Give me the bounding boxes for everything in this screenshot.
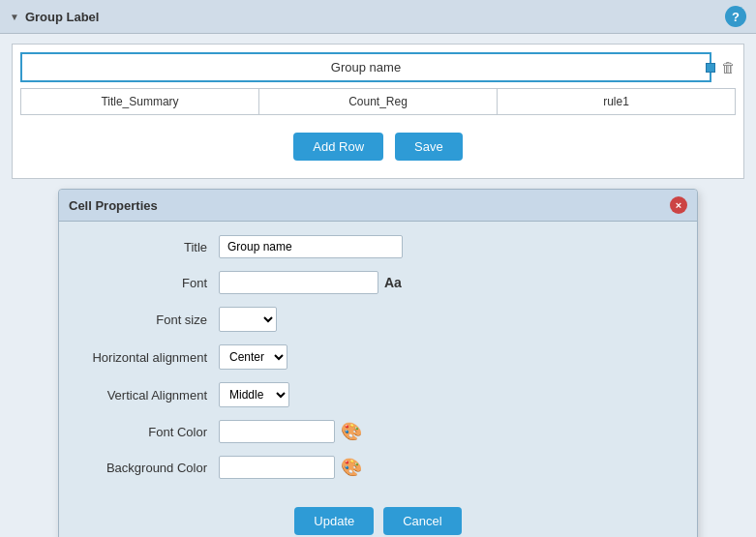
valign-select[interactable]: Top Middle Bottom (219, 382, 289, 407)
dialog-footer: Update Cancel (59, 507, 697, 535)
cell-resize-handle[interactable] (706, 63, 715, 73)
collapse-icon[interactable]: ▼ (10, 12, 19, 22)
save-button[interactable]: Save (395, 133, 463, 161)
fontcolor-label: Font Color (78, 425, 219, 439)
font-label: Font (78, 276, 219, 290)
fontsize-select[interactable]: 8 10 12 14 16 (219, 307, 277, 332)
halign-row: Horizontal alignment Left Center Right (78, 344, 678, 370)
column-cell-2[interactable]: rule1 (498, 89, 735, 114)
bgcolor-row: Background Color 🎨 (78, 456, 678, 479)
halign-label: Horizontal alignment (78, 350, 219, 365)
cell-properties-dialog: Cell Properties × Title Font Aa Font siz… (58, 189, 698, 537)
halign-select[interactable]: Left Center Right (219, 344, 287, 370)
bgcolor-input[interactable] (219, 456, 335, 479)
delete-row-icon[interactable]: 🗑 (721, 59, 736, 75)
add-row-button[interactable]: Add Row (293, 133, 383, 161)
title-row: Title (78, 235, 678, 258)
fontsize-label: Font size (78, 313, 219, 327)
fontcolor-palette-icon[interactable]: 🎨 (341, 421, 362, 442)
group-name-row: Group name 🗑 (20, 52, 736, 82)
dialog-title: Cell Properties (69, 198, 158, 213)
dialog-body: Title Font Aa Font size 8 10 12 (59, 222, 697, 497)
dialog-overlay: Cell Properties × Title Font Aa Font siz… (58, 189, 698, 537)
font-preview-icon: Aa (384, 275, 402, 290)
fontsize-row: Font size 8 10 12 14 16 (78, 307, 678, 332)
dialog-header: Cell Properties × (59, 190, 697, 222)
columns-row: Title_Summary Count_Reg rule1 (20, 88, 736, 115)
update-button[interactable]: Update (294, 507, 374, 535)
fontcolor-row: Font Color 🎨 (78, 420, 678, 443)
dialog-close-button[interactable]: × (670, 196, 687, 214)
title-input[interactable] (219, 235, 403, 258)
font-input[interactable] (219, 271, 378, 294)
group-name-cell[interactable]: Group name (20, 52, 711, 82)
bgcolor-label: Background Color (78, 461, 219, 475)
panel-title: Group Label (25, 10, 100, 24)
help-button[interactable]: ? (725, 6, 746, 27)
action-row: Add Row Save (20, 133, 736, 161)
column-cell-0[interactable]: Title_Summary (21, 89, 259, 114)
table-area: Group name 🗑 Title_Summary Count_Reg rul… (12, 44, 744, 179)
column-cell-1[interactable]: Count_Reg (259, 89, 498, 114)
bgcolor-palette-icon[interactable]: 🎨 (341, 457, 362, 478)
group-name-text: Group name (331, 60, 401, 75)
header-bar: ▼ Group Label ? (0, 0, 756, 34)
main-panel: ▼ Group Label ? Group name 🗑 Title_Summa… (0, 0, 756, 537)
font-row: Font Aa (78, 271, 678, 294)
valign-label: Vertical Alignment (78, 388, 219, 403)
valign-row: Vertical Alignment Top Middle Bottom (78, 382, 678, 407)
title-label: Title (78, 240, 219, 254)
header-title-row: ▼ Group Label (10, 10, 99, 24)
cancel-button[interactable]: Cancel (383, 507, 461, 535)
fontcolor-input[interactable] (219, 420, 335, 443)
